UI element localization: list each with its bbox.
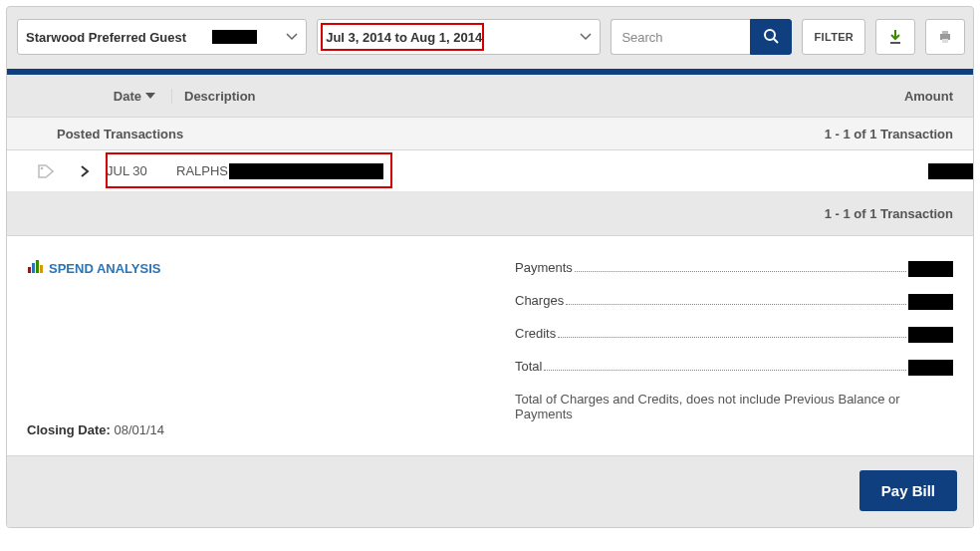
svg-point-0 <box>765 30 775 40</box>
svg-rect-4 <box>942 31 948 34</box>
transactions-panel: Starwood Preferred Guest Jul 3, 2014 to … <box>6 6 974 528</box>
svg-line-1 <box>774 39 778 43</box>
subheader-label: Posted Transactions <box>7 127 183 141</box>
sort-desc-icon <box>145 93 155 99</box>
summary-charges: Charges <box>515 293 953 308</box>
redacted-value <box>908 360 953 376</box>
closing-date: Closing Date: 08/01/14 <box>27 422 515 437</box>
search-input[interactable] <box>611 19 750 55</box>
summary-note: Total of Charges and Credits, does not i… <box>515 392 953 421</box>
account-label: Starwood Preferred Guest <box>26 30 186 45</box>
description-redacted <box>229 163 383 179</box>
filter-button[interactable]: FILTER <box>802 19 865 55</box>
column-headers: Date Description Amount <box>7 75 973 117</box>
posted-transactions-subheader: Posted Transactions 1 - 1 of 1 Transacti… <box>7 117 973 150</box>
redacted-value <box>908 294 953 310</box>
pay-bill-button[interactable]: Pay Bill <box>859 470 957 511</box>
header-date[interactable]: Date <box>7 89 171 104</box>
svg-rect-8 <box>32 263 35 273</box>
print-button[interactable] <box>925 19 965 55</box>
transaction-description: RALPHS <box>176 163 383 179</box>
chevron-down-icon <box>580 33 592 41</box>
redacted-value <box>908 327 953 343</box>
footer-bar: Pay Bill <box>7 455 973 527</box>
header-amount: Amount <box>834 89 973 104</box>
redacted-value <box>908 261 953 277</box>
search-button[interactable] <box>750 19 792 55</box>
account-number-redacted <box>212 30 257 44</box>
svg-rect-5 <box>942 39 948 43</box>
account-dropdown[interactable]: Starwood Preferred Guest <box>17 19 307 55</box>
download-button[interactable] <box>875 19 915 55</box>
transaction-amount-redacted <box>928 163 973 179</box>
svg-rect-7 <box>28 267 31 273</box>
summary-payments: Payments <box>515 260 953 275</box>
footer-count-row: 1 - 1 of 1 Transaction <box>7 192 973 236</box>
tag-icon[interactable] <box>37 163 54 179</box>
search-icon <box>763 28 779 47</box>
summary-total: Total <box>515 359 953 374</box>
expand-icon[interactable] <box>80 164 90 178</box>
chevron-down-icon <box>286 33 298 41</box>
subheader-count: 1 - 1 of 1 Transaction <box>825 127 973 141</box>
svg-rect-9 <box>36 260 39 273</box>
date-range-dropdown[interactable]: Jul 3, 2014 to Aug 1, 2014 <box>317 19 601 55</box>
download-icon <box>888 29 902 45</box>
print-icon <box>937 29 953 45</box>
toolbar: Starwood Preferred Guest Jul 3, 2014 to … <box>7 7 973 69</box>
transaction-row[interactable]: JUL 30 RALPHS <box>7 150 973 192</box>
bar-chart-icon <box>27 260 43 277</box>
transaction-date: JUL 30 <box>107 163 176 178</box>
summary-area: SPEND ANALYSIS Closing Date: 08/01/14 Pa… <box>7 236 973 455</box>
summary-credits: Credits <box>515 326 953 341</box>
search-group <box>611 19 792 55</box>
date-range-label: Jul 3, 2014 to Aug 1, 2014 <box>326 30 482 45</box>
header-description: Description <box>171 89 834 104</box>
svg-rect-10 <box>40 265 43 273</box>
svg-point-6 <box>41 166 44 169</box>
spend-analysis-link[interactable]: SPEND ANALYSIS <box>27 260 515 277</box>
